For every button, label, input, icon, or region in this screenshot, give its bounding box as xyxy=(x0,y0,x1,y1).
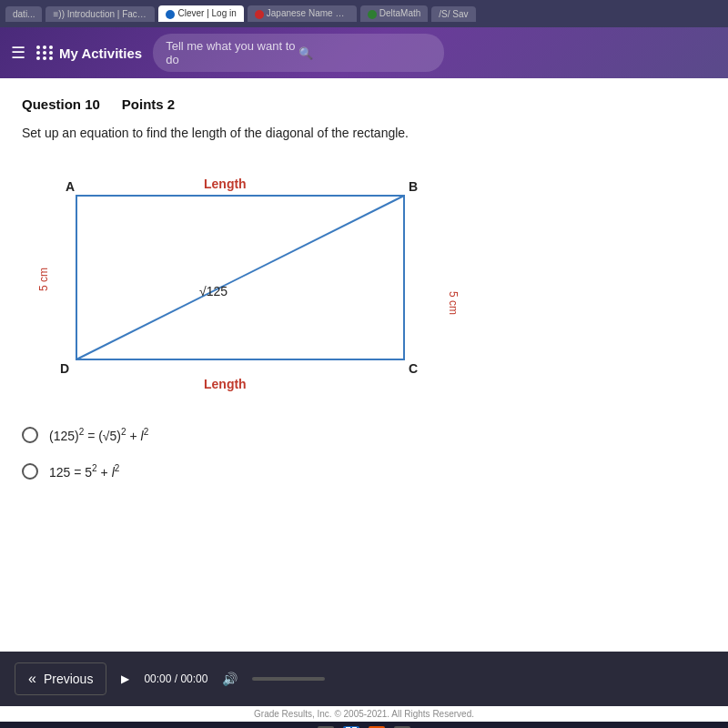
tab-dati[interactable]: dati... xyxy=(5,6,42,22)
search-placeholder: Tell me what you want to do xyxy=(166,39,298,66)
question-number: Question 10 xyxy=(22,96,100,112)
option-2-text: 125 = 52 + l2 xyxy=(49,463,119,480)
tab-deltamath[interactable]: DeltaMath xyxy=(360,5,429,21)
my-activities-label: My Activities xyxy=(59,46,142,61)
diagram-container: A B C D Length Length 5 cm 5 cm √125 xyxy=(31,159,468,396)
svg-text:A: A xyxy=(66,179,75,194)
time-display: 00:00 / 00:00 xyxy=(144,672,207,685)
previous-icon: « xyxy=(28,671,36,687)
radio-2[interactable] xyxy=(22,463,38,480)
svg-text:5 cm: 5 cm xyxy=(37,268,50,291)
svg-text:5 cm: 5 cm xyxy=(447,291,460,315)
tab-clever[interactable]: Clever | Log in xyxy=(158,5,243,21)
svg-text:Length: Length xyxy=(204,177,247,191)
footer-bar: « Previous ▶ 00:00 / 00:00 🔊 xyxy=(0,652,728,706)
option-2[interactable]: 125 = 52 + l2 xyxy=(22,463,706,480)
browser-tabs: dati... ≡)) Introduction | Facin... Clev… xyxy=(0,0,728,27)
search-icon: 🔍 xyxy=(298,46,431,60)
nav-bar: ☰ My Activities Tell me what you want to… xyxy=(0,27,728,78)
option-1[interactable]: (125)2 = (√5)2 + l2 xyxy=(22,427,706,443)
svg-text:Length: Length xyxy=(204,377,247,391)
svg-text:D: D xyxy=(60,361,69,376)
svg-text:C: C xyxy=(409,361,418,376)
hamburger-icon[interactable]: ☰ xyxy=(11,43,25,63)
diagram-svg: A B C D Length Length 5 cm 5 cm √125 xyxy=(31,159,468,396)
taskbar: W T xyxy=(0,722,728,728)
option-1-text: (125)2 = (√5)2 + l2 xyxy=(49,427,148,443)
tab-japanese[interactable]: Japanese Name Co... xyxy=(248,5,357,21)
answer-options: (125)2 = (√5)2 + l2 125 = 52 + l2 xyxy=(22,418,706,509)
points-label: Points 2 xyxy=(122,96,175,112)
previous-button[interactable]: « Previous xyxy=(15,662,106,695)
search-bar[interactable]: Tell me what you want to do 🔍 xyxy=(153,34,444,72)
volume-icon[interactable]: 🔊 xyxy=(222,672,238,686)
grid-dots-icon xyxy=(36,46,54,60)
play-button[interactable]: ▶ xyxy=(121,672,129,685)
copyright-text: Grade Results, Inc. © 2005-2021. All Rig… xyxy=(0,706,728,722)
tab-intro[interactable]: ≡)) Introduction | Facin... xyxy=(46,6,155,22)
svg-text:B: B xyxy=(409,179,418,194)
radio-1[interactable] xyxy=(22,427,38,443)
progress-track xyxy=(252,677,325,681)
main-content: Question 10 Points 2 Set up an equation … xyxy=(0,78,728,652)
my-activities: My Activities xyxy=(36,46,142,61)
svg-text:√125: √125 xyxy=(199,284,228,298)
previous-label: Previous xyxy=(44,672,93,686)
question-header: Question 10 Points 2 xyxy=(22,96,706,112)
question-text: Set up an equation to find the length of… xyxy=(22,125,706,143)
tab-sav[interactable]: /S/ Sav xyxy=(431,6,475,22)
